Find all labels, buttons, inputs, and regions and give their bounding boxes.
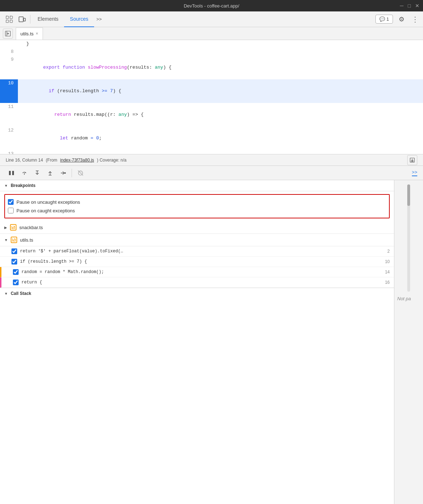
file-tab-bar: utils.ts × — [0, 27, 423, 40]
tab-bar: Elements Sources >> 💬 1 ⚙ ⋮ — [0, 11, 423, 27]
title-bar-controls: ─ □ ✕ — [400, 3, 419, 9]
tab-elements[interactable]: Elements — [32, 11, 64, 27]
restore-button[interactable]: □ — [408, 3, 411, 9]
line-code-13: for (let i = 0; i < 1000 * 1000 * 10; i+… — [18, 150, 423, 154]
code-line-top: } — [0, 40, 423, 48]
line-code-8 — [18, 48, 423, 56]
source-file-link[interactable]: index-73f73a80.js — [60, 158, 94, 163]
svg-marker-8 — [8, 33, 9, 35]
notification-count: 1 — [386, 16, 389, 22]
svg-rect-2 — [6, 20, 9, 23]
right-panel: Not pa — [394, 180, 423, 504]
line-num-10: 10 — [0, 79, 18, 103]
code-line-11: 11 return results.map((r: any) => { — [0, 103, 423, 127]
bp-checkbox-line10[interactable] — [11, 259, 17, 265]
utils-file-icon — [11, 237, 17, 243]
bp-checkbox-line14[interactable] — [13, 269, 19, 275]
svg-rect-12 — [9, 171, 11, 175]
bp-line-num-2: 2 — [387, 249, 390, 254]
status-bar: Line 16, Column 14 (From index-73f73a80.… — [0, 154, 423, 166]
breakpoints-title: Breakpoints — [11, 183, 35, 188]
deactivate-breakpoints-button[interactable] — [75, 167, 86, 179]
line-code-10: if (results.length >= 7) { — [18, 79, 423, 103]
svg-rect-0 — [6, 16, 9, 19]
tab-sources[interactable]: Sources — [64, 11, 94, 27]
pause-uncaught-row: Pause on uncaught exceptions — [8, 198, 386, 206]
bp-code-line16: return { — [21, 280, 382, 285]
more-menu-button[interactable]: ⋮ — [410, 15, 420, 24]
bp-item-line2: return '$' + parseFloat(value).toFixed(…… — [0, 246, 394, 257]
bp-checkbox-line16[interactable] — [13, 280, 19, 285]
bp-item-line14: random = random * Math.random(); 14 — [0, 267, 394, 277]
notification-button[interactable]: 💬 1 — [375, 15, 393, 24]
left-panel: ▼ Breakpoints Pause on uncaught exceptio… — [0, 180, 394, 504]
utils-filename: utils.ts — [20, 237, 33, 243]
debug-toolbar: >> — [0, 166, 423, 180]
pause-resume-button[interactable] — [6, 167, 17, 179]
step-button[interactable] — [57, 167, 69, 179]
line-num-9: 9 — [0, 56, 18, 79]
code-line-9: 9 export function slowProcessing(results… — [0, 56, 423, 79]
not-paused-text: Not pa — [394, 293, 414, 304]
debug-separator — [72, 169, 72, 177]
code-area: } 8 9 export function slowProcessing(res… — [0, 40, 423, 154]
bp-item-line10: if (results.length >= 7) { 10 — [0, 257, 394, 267]
settings-button[interactable]: ⚙ — [396, 14, 407, 25]
line-code-12: let random = 0; — [18, 127, 423, 150]
chat-icon: 💬 — [379, 16, 385, 22]
line-num-8: 8 — [0, 48, 18, 56]
sidebar-toggle-button[interactable] — [3, 29, 13, 39]
tab-right-area: 💬 1 ⚙ ⋮ — [375, 14, 420, 25]
breakpoints-arrow-icon: ▼ — [4, 184, 8, 188]
download-button[interactable] — [407, 155, 417, 165]
snackbar-arrow-icon: ▶ — [4, 226, 7, 229]
pause-uncaught-label: Pause on uncaught exceptions — [16, 199, 80, 205]
file-tab-name: utils.ts — [20, 31, 34, 36]
bp-checkbox-line2[interactable] — [11, 248, 17, 254]
utils-file-header[interactable]: ▼ utils.ts — [0, 234, 394, 246]
cursor-position: Line 16, Column 14 — [6, 158, 43, 163]
minimize-button[interactable]: ─ — [400, 3, 404, 9]
device-icon[interactable] — [16, 13, 29, 26]
pause-caught-label: Pause on caught exceptions — [16, 208, 75, 213]
call-stack-header[interactable]: ▼ Call Stack — [0, 288, 394, 299]
svg-rect-1 — [10, 16, 13, 19]
pause-caught-checkbox[interactable] — [8, 208, 14, 213]
code-line-10: 10 if (results.length >= 7) { — [0, 79, 423, 103]
file-tab-utils[interactable]: utils.ts × — [16, 28, 43, 40]
svg-line-21 — [78, 171, 83, 176]
line-num-top — [0, 40, 18, 48]
bp-line-num-10: 10 — [385, 259, 390, 264]
step-out-button[interactable] — [44, 167, 56, 179]
exception-box: Pause on uncaught exceptions Pause on ca… — [4, 194, 390, 218]
file-tab-close[interactable]: × — [36, 31, 38, 36]
step-into-button[interactable] — [31, 167, 43, 179]
from-label: (From — [46, 158, 57, 163]
svg-point-20 — [64, 172, 66, 174]
call-stack-arrow-icon: ▼ — [4, 292, 8, 296]
coverage-label: ) Coverage: n/a — [97, 158, 127, 163]
svg-rect-4 — [19, 17, 23, 22]
breakpoints-section-header[interactable]: ▼ Breakpoints — [0, 180, 394, 191]
bp-code-line14: random = random * Math.random(); — [21, 270, 382, 275]
code-content: } 8 9 export function slowProcessing(res… — [0, 40, 423, 154]
cursor-icon[interactable] — [3, 13, 16, 26]
code-line-12: 12 let random = 0; — [0, 127, 423, 150]
bp-line-num-16: 16 — [385, 280, 390, 285]
code-line-13: 13 for (let i = 0; i < 1000 * 1000 * 10;… — [0, 150, 423, 154]
snackbar-file-header[interactable]: ▶ snackbar.ts — [0, 221, 394, 234]
line-code-11: return results.map((r: any) => { — [18, 103, 423, 127]
svg-rect-5 — [24, 18, 25, 21]
tab-more-button[interactable]: >> — [94, 14, 104, 24]
utils-arrow-icon: ▼ — [4, 238, 8, 242]
call-stack-title: Call Stack — [11, 291, 31, 296]
pause-uncaught-checkbox[interactable] — [8, 199, 14, 205]
line-num-11: 11 — [0, 103, 18, 127]
title-bar-text: DevTools - coffee-cart.app/ — [184, 3, 239, 9]
close-button[interactable]: ✕ — [415, 3, 419, 9]
step-over-button[interactable] — [19, 167, 30, 179]
debug-more-button[interactable]: >> — [412, 169, 417, 176]
right-scrollbar-thumb — [407, 184, 410, 206]
right-scrollbar[interactable] — [407, 184, 410, 292]
line-num-13: 13 — [0, 150, 18, 154]
